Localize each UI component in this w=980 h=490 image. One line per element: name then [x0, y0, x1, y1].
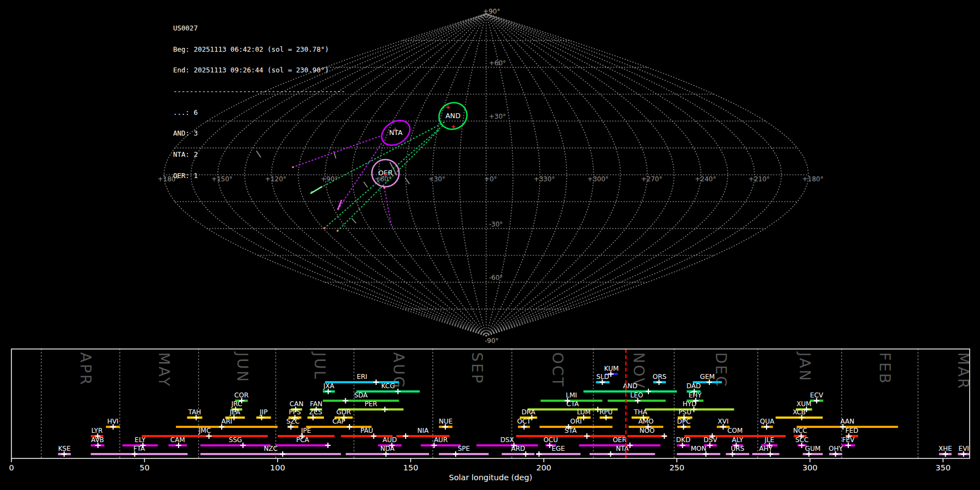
shower-label-jmc: JMC [198, 427, 211, 434]
sporadic-trail [352, 218, 356, 223]
shower-label-cam: CAM [170, 436, 185, 444]
shower-label-ocu: OCU [543, 436, 558, 444]
shower-label-dsx: DSX [500, 436, 514, 444]
shower-label-ahy: AHY [759, 445, 773, 452]
shower-label-pca: PCA [296, 436, 310, 444]
shower-label-pau: PAU [360, 427, 373, 434]
radiant-label-and: AND [445, 112, 461, 120]
shower-label-xcb: XCB [793, 408, 806, 416]
shower-label-psu: PSU [678, 408, 691, 416]
shower-label-per: PER [365, 400, 377, 408]
end-time: End: 20251113 09:26:44 (sol = 230.90°) [173, 67, 345, 74]
shower-label-xhe: XHE [939, 445, 952, 452]
shower-label-ari: ARI [221, 418, 232, 425]
shower-label-evi: EVI [959, 445, 969, 452]
grid-meridian [486, 14, 782, 336]
x-tick-label: 100 [270, 463, 285, 472]
peak-marker-kcg [395, 389, 401, 394]
x-tick-label: 150 [403, 463, 418, 472]
peak-marker-nta [608, 451, 613, 457]
shower-label-ely: ELY [134, 436, 146, 444]
shower-label-oct: OCT [517, 418, 531, 425]
peak-marker-ege [536, 451, 542, 457]
month-label-jul: JUL [311, 351, 328, 381]
peak-marker-noo [661, 433, 667, 439]
shower-label-tha: THA [633, 408, 647, 416]
shower-label-nia: NIA [417, 427, 429, 434]
meteor-radar-display: ANDNTAOER+90°-90°+60°+30°-30°-60°+180°+1… [0, 0, 980, 490]
shower-label-cta: CTA [566, 400, 579, 408]
shower-label-fed: FED [846, 427, 859, 434]
peak-marker-cap [347, 424, 352, 430]
shower-label-qua: QUA [760, 418, 775, 425]
lon-label: +60° [375, 175, 391, 183]
lon-label: +300° [587, 175, 609, 183]
shower-label-hvi: HVI [107, 418, 119, 425]
lat-label: -60° [489, 274, 503, 281]
shower-label-lmi: LMI [566, 391, 577, 399]
count-and: AND: 3 [173, 130, 345, 137]
x-tick-label: 350 [935, 463, 951, 472]
shower-label-cor: COR [234, 391, 248, 399]
peak-marker-and [646, 389, 651, 394]
shower-label-ncc: NCC [793, 427, 807, 434]
shower-label-dpc: DPC [677, 418, 691, 425]
shower-label-ohy: OHY [829, 445, 843, 452]
peak-marker-sda [343, 398, 348, 403]
peak-marker-per [382, 407, 388, 412]
lon-label: +180° [803, 175, 824, 183]
shower-label-nta: NTA [616, 445, 629, 452]
separator: ----------------------------------------… [173, 88, 345, 95]
trail-start-dot [323, 227, 326, 229]
peak-marker-nia [403, 433, 408, 439]
shower-label-ecv: ECV [810, 391, 824, 399]
peak-marker-sta [584, 433, 590, 439]
shower-label-mon: MON [691, 445, 707, 452]
lon-label: +240° [695, 175, 716, 183]
shower-label-ssg: SSG [229, 436, 242, 444]
shower-label-nzc: NZC [264, 445, 278, 452]
month-label-oct: OCT [549, 352, 566, 388]
shower-label-sld: SLD [596, 373, 609, 381]
lon-label: +30° [428, 175, 445, 183]
month-label-jun: JUN [234, 351, 251, 383]
month-label-may: MAY [156, 352, 173, 388]
trail-start-dot [336, 230, 339, 232]
shower-label-spe: SPE [458, 445, 470, 452]
shower-label-gem: GEM [700, 373, 715, 381]
shower-label-aur: AUR [434, 436, 448, 444]
month-label-jan: JAN [797, 351, 813, 382]
shower-label-aly: ALY [732, 436, 743, 444]
month-label-feb: FEB [877, 352, 893, 385]
pole-label-north: +90° [483, 8, 500, 15]
lon-label: +210° [749, 175, 770, 183]
station-id: US0027 [173, 25, 345, 32]
shower-label-avb: AVB [91, 436, 104, 444]
shower-label-gum: GUM [805, 445, 820, 452]
shower-label-xum: XUM [797, 400, 811, 408]
chart-frame [11, 349, 970, 458]
shower-label-dra: DRA [522, 408, 536, 416]
shower-label-rpu: RPU [599, 408, 612, 416]
lat-label: -30° [489, 220, 503, 228]
shower-label-xvi: XVI [718, 418, 728, 425]
meteor-trail [384, 188, 391, 226]
shower-label-sta: STA [565, 427, 577, 434]
begin-time: Beg: 20251113 06:42:02 (sol = 230.78°) [173, 46, 345, 53]
lon-label: +330° [534, 175, 555, 183]
shower-label-can: CAN [290, 400, 304, 408]
count-oer: OER: 1 [173, 173, 345, 180]
peak-marker-eri [373, 379, 379, 385]
lat-label: +60° [489, 59, 506, 67]
shower-label-ehy: EHY [689, 391, 702, 399]
shower-label-leo: LEO [630, 391, 644, 399]
shower-label-ege: EGE [552, 445, 565, 452]
month-label-apr: APR [77, 352, 94, 387]
shower-label-ori: ORI [570, 418, 581, 425]
shower-label-jrc: JRC [231, 400, 242, 408]
shower-label-fan: FAN [310, 400, 322, 408]
shower-label-hyd: HYD [683, 400, 697, 408]
shower-label-kcg: KCG [381, 382, 395, 390]
shower-label-dkd: DKD [676, 436, 690, 444]
shower-label-kum: KUM [604, 365, 619, 372]
